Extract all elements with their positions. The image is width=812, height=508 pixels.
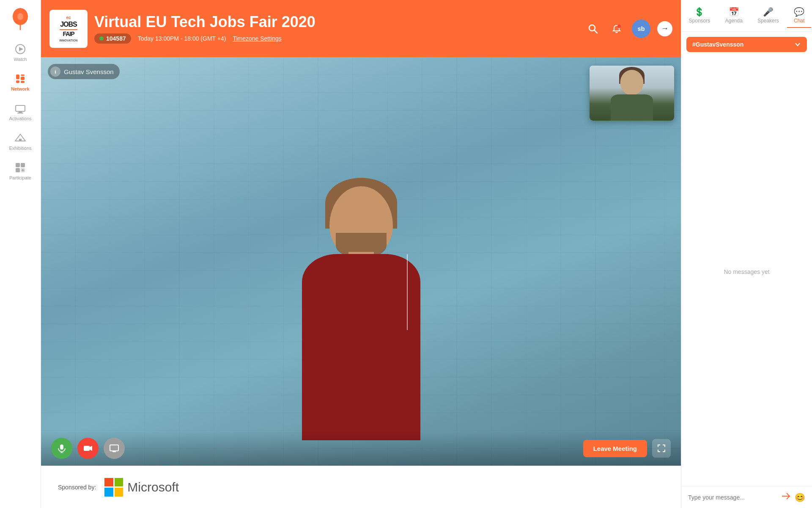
chat-message-input[interactable]: [688, 494, 777, 501]
event-title-block: Virtual EU Tech Jobs Fair 2020 104587 To…: [94, 14, 315, 44]
pip-body: [611, 94, 653, 121]
svg-rect-11: [19, 111, 22, 113]
microsoft-logo: Microsoft: [104, 478, 179, 497]
screenshare-button[interactable]: [104, 438, 125, 459]
svg-rect-8: [21, 75, 25, 76]
svg-rect-9: [21, 81, 25, 83]
video-scene: i Gustav Svensson: [41, 57, 681, 466]
expand-button[interactable]: →: [657, 21, 672, 36]
tab-speakers[interactable]: 🎤 Speakers: [751, 3, 786, 28]
sidebar-item-network[interactable]: Network: [3, 68, 37, 97]
svg-rect-5: [16, 75, 19, 79]
sidebar-item-activations[interactable]: Activations: [3, 97, 37, 126]
speakers-tab-label: Speakers: [757, 18, 779, 24]
right-sidebar-chat: 💲 Sponsors 📅 Agenda 🎤 Speakers 💬 Chat #G…: [681, 0, 812, 508]
exhibitions-icon: [14, 132, 26, 144]
svg-rect-24: [60, 444, 63, 450]
sponsors-tab-label: Sponsors: [689, 18, 710, 24]
svg-point-2: [17, 13, 23, 20]
figure-body: [302, 254, 420, 440]
sponsors-icon: 💲: [694, 7, 705, 17]
tab-sponsors[interactable]: 💲 Sponsors: [682, 3, 717, 28]
event-header: ec JOBS FAIP INNOVATION Virtual EU Tech …: [41, 0, 681, 57]
search-button[interactable]: [584, 20, 601, 37]
viewers-count: 104587: [106, 35, 126, 42]
send-message-button[interactable]: [781, 491, 790, 503]
agenda-icon: 📅: [729, 7, 739, 17]
svg-marker-4: [19, 47, 23, 51]
participant-name: Gustav Svensson: [64, 68, 114, 75]
event-meta: 104587 Today 13:00PM - 18:00 (GMT +4) Ti…: [94, 33, 315, 44]
emoji-button[interactable]: 😊: [795, 492, 805, 502]
activations-label: Activations: [9, 116, 31, 121]
ms-quadrant-3: [104, 488, 113, 497]
info-icon: i: [50, 66, 60, 77]
chat-channel-name: #GustavSvensson: [692, 41, 743, 48]
notifications-button[interactable]: [608, 20, 625, 37]
svg-rect-27: [84, 446, 90, 451]
event-logo: ec JOBS FAIP INNOVATION: [49, 10, 88, 48]
app-logo: [11, 4, 30, 38]
microsoft-name: Microsoft: [127, 480, 179, 494]
watch-icon: [14, 43, 26, 55]
tab-agenda[interactable]: 📅 Agenda: [719, 3, 749, 28]
event-title: Virtual EU Tech Jobs Fair 2020: [94, 14, 315, 30]
participate-icon: [14, 162, 26, 174]
pip-human: [600, 66, 664, 121]
tab-chat[interactable]: 💬 Chat: [787, 3, 811, 28]
activations-icon: [14, 102, 26, 114]
svg-marker-28: [90, 446, 92, 451]
microsoft-grid-logo: [104, 478, 123, 497]
ms-quadrant-1: [104, 478, 113, 487]
svg-rect-16: [21, 163, 25, 167]
left-sidebar: Watch Network Activations: [0, 0, 41, 508]
svg-rect-14: [19, 139, 22, 141]
sponsor-bar: Sponsored by: Microsoft: [41, 466, 681, 508]
main-participant-figure: [255, 186, 467, 440]
pip-hand: [629, 83, 639, 91]
main-content: ec JOBS FAIP INNOVATION Virtual EU Tech …: [41, 0, 681, 508]
network-label: Network: [11, 86, 29, 91]
ms-quadrant-4: [115, 488, 123, 497]
timezone-settings-link[interactable]: Timezone Settings: [233, 35, 281, 42]
fullscreen-button[interactable]: [652, 439, 671, 458]
event-time: Today 13:00PM - 18:00 (GMT +4): [138, 35, 226, 42]
participant-info-bar: i Gustav Svensson: [48, 64, 120, 79]
pip-head: [620, 70, 644, 95]
mic-button[interactable]: [51, 438, 72, 459]
camera-button[interactable]: [77, 438, 99, 459]
viewers-badge: 104587: [94, 33, 131, 44]
chat-input-area: 😊: [681, 486, 812, 508]
chat-channel-selector[interactable]: #GustavSvensson: [686, 37, 807, 52]
header-right: sb →: [584, 19, 672, 38]
controls-left: [51, 438, 125, 459]
chat-tab-label: Chat: [794, 18, 804, 24]
svg-rect-12: [17, 113, 23, 113]
svg-line-22: [594, 30, 597, 33]
no-messages-text: No messages yet: [681, 57, 812, 486]
controls-right: Leave Meeting: [583, 439, 671, 458]
sidebar-item-watch[interactable]: Watch: [3, 38, 37, 67]
user-avatar[interactable]: sb: [632, 19, 650, 38]
leave-meeting-button[interactable]: Leave Meeting: [583, 440, 647, 457]
exhibitions-label: Exhibitions: [9, 146, 31, 151]
pip-person-figure: [590, 66, 674, 121]
sidebar-item-exhibitions[interactable]: Exhibitions: [3, 127, 37, 156]
header-left: ec JOBS FAIP INNOVATION Virtual EU Tech …: [49, 10, 315, 48]
svg-rect-6: [16, 80, 19, 83]
pip-video: [590, 66, 674, 121]
agenda-tab-label: Agenda: [725, 18, 743, 24]
sidebar-item-participate[interactable]: Participate: [3, 157, 37, 185]
svg-point-23: [617, 25, 621, 28]
participate-label: Participate: [9, 175, 31, 180]
svg-rect-29: [110, 445, 118, 451]
svg-rect-7: [21, 77, 25, 80]
right-sidebar-tabs: 💲 Sponsors 📅 Agenda 🎤 Speakers 💬 Chat: [681, 0, 812, 32]
network-icon: [14, 73, 26, 85]
watch-label: Watch: [14, 57, 27, 62]
video-container: i Gustav Svensson: [41, 57, 681, 466]
video-controls-bar: Leave Meeting: [41, 431, 681, 466]
svg-rect-15: [16, 163, 20, 167]
ms-quadrant-2: [115, 478, 123, 487]
chevron-down-icon: [794, 41, 801, 48]
